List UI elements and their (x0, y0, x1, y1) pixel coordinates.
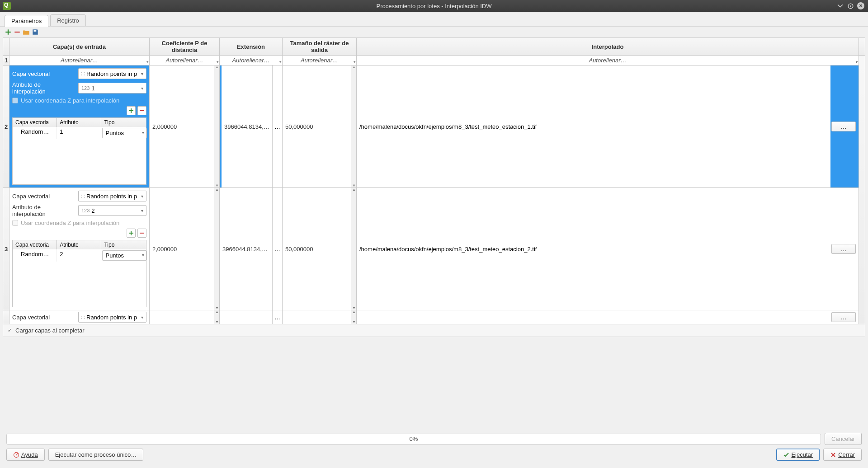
spinner-up-icon[interactable]: ▴ (214, 66, 219, 69)
cell-ext-row3[interactable]: 3966044.8134,4028… (220, 188, 283, 310)
attr-td-attr: 2 (57, 249, 101, 262)
vector-layer-label: Capa vectorial (12, 314, 75, 321)
tab-bar: Parámetros Registro (0, 12, 868, 27)
checkbox-checked-icon[interactable]: ✓ (7, 328, 13, 333)
attr-th-type: Tipo (101, 118, 146, 127)
spinner-down-icon[interactable]: ▾ (214, 184, 219, 187)
batch-toolbar (0, 27, 868, 37)
cell-coef-row4[interactable]: ▴▾ (150, 310, 220, 324)
attr-th-attr: Atributo (57, 118, 101, 127)
layer-panel-row2: Capa vectorial ⸬Random points in p▾ Atri… (9, 66, 149, 187)
save-batch-icon[interactable] (32, 28, 39, 36)
vector-layer-select[interactable]: ⸬Random points in p▾ (78, 68, 146, 79)
load-on-complete-row[interactable]: ✓ Cargar capas al completar (3, 324, 865, 337)
cell-raster-row3[interactable]: 50,000000▴▾ (283, 188, 357, 310)
browse-output-button[interactable]: … (831, 244, 856, 254)
autofill-interp[interactable]: Autorellenar…▾ (357, 56, 859, 66)
chevron-down-icon: ▾ (142, 130, 144, 135)
chevron-down-icon: ▾ (141, 71, 143, 76)
cell-interp-row2[interactable]: /home/malena/docus/okfn/ejemplos/m8_3/te… (357, 66, 859, 188)
interp-attr-select[interactable]: 1232▾ (78, 205, 146, 216)
add-row-icon[interactable] (5, 28, 12, 36)
remove-row-icon[interactable] (14, 28, 21, 36)
row-header-1[interactable]: 1 (3, 56, 9, 66)
tab-registro[interactable]: Registro (50, 14, 85, 26)
spinner-down-icon[interactable]: ▾ (214, 320, 219, 324)
cell-ext-row2[interactable]: 3966044.8134,4028… (220, 66, 283, 188)
spinner-up-icon[interactable]: ▴ (351, 188, 356, 192)
help-icon: ? (13, 452, 19, 458)
close-button[interactable]: Cerrar (823, 449, 862, 461)
autofill-capas[interactable]: Autorellenar…▾ (9, 56, 150, 66)
help-button[interactable]: ? Ayuda (6, 449, 45, 461)
column-header-interp[interactable]: Interpolado (357, 38, 859, 56)
vector-layer-select[interactable]: ⸬Random points in p▾ (78, 191, 146, 201)
attr-remove-button[interactable] (137, 229, 146, 238)
extent-picker-button[interactable]: … (272, 188, 282, 310)
vector-layer-select[interactable]: ⸬Random points in p▾ (78, 312, 146, 323)
spinner-down-icon[interactable]: ▾ (351, 306, 356, 310)
autofill-coef[interactable]: Autorellenar…▾ (150, 56, 220, 66)
spinner-down-icon[interactable]: ▾ (351, 320, 356, 324)
tab-parametros[interactable]: Parámetros (5, 15, 48, 27)
cell-interp-row3[interactable]: /home/malena/docus/okfn/ejemplos/m8_3/te… (357, 188, 859, 310)
row-header-2[interactable]: 2 (3, 66, 9, 188)
attr-th-layer: Capa vectoria (13, 240, 57, 249)
spinner-down-icon[interactable]: ▾ (214, 306, 219, 310)
chevron-down-icon: ▾ (142, 253, 144, 257)
attr-td-layer: Random… (13, 249, 57, 262)
chevron-down-icon: ▾ (279, 60, 281, 64)
autofill-raster[interactable]: Autorellenar…▾ (283, 56, 357, 66)
check-icon (783, 452, 789, 458)
layer-panel-row3: Capa vectorial ⸬Random points in p▾ Atri… (9, 188, 149, 310)
column-header-raster[interactable]: Tamaño del ráster de salida (283, 38, 357, 56)
svg-rect-7 (129, 110, 133, 111)
cell-interp-row4[interactable]: … (357, 310, 859, 324)
batch-table: Capa(s) de entrada Coeficiente P de dist… (3, 37, 865, 324)
interp-attr-label: Atributo de interpolación (12, 204, 75, 217)
open-batch-icon[interactable] (23, 28, 30, 36)
x-icon (830, 452, 836, 458)
attr-add-button[interactable] (127, 106, 136, 115)
extent-picker-button[interactable]: … (272, 66, 282, 187)
cell-raster-row4[interactable]: ▴▾ (283, 310, 357, 324)
cell-coef-row2[interactable]: 2,000000▴▾ (150, 66, 220, 188)
cell-raster-row2[interactable]: 50,000000▴▾ (283, 66, 357, 188)
interp-attr-select[interactable]: 1231▾ (78, 83, 146, 94)
window-title: Procesamiento por lotes - Interpolación … (0, 3, 868, 9)
chevron-down-icon: ▾ (855, 60, 858, 64)
column-header-ext[interactable]: Extensión (220, 38, 283, 56)
attr-table: Capa vectoria Atributo Tipo Random… 2 Pu… (12, 240, 146, 307)
attr-th-type: Tipo (101, 240, 146, 249)
row-header-3[interactable]: 3 (3, 188, 9, 310)
vector-layer-label: Capa vectorial (12, 193, 75, 200)
browse-output-button[interactable]: … (831, 312, 856, 322)
attr-add-button[interactable] (127, 229, 136, 238)
spinner-down-icon[interactable]: ▾ (351, 184, 356, 187)
progress-bar: 0% (6, 434, 821, 445)
cancel-button: Cancelar (825, 433, 862, 445)
run-button[interactable]: Ejecutar (776, 449, 820, 461)
spinner-up-icon[interactable]: ▴ (351, 66, 356, 69)
autofill-ext[interactable]: Autorellenar…▾ (220, 56, 283, 66)
layer-panel-row4: Capa vectorial ⸬Random points in p▾ (9, 310, 149, 324)
cell-ext-row4[interactable]: … (220, 310, 283, 324)
extent-picker-button[interactable]: … (272, 310, 282, 324)
spinner-up-icon[interactable]: ▴ (351, 310, 356, 314)
spinner-up-icon[interactable]: ▴ (214, 188, 219, 192)
attr-remove-button[interactable] (137, 106, 146, 115)
spinner-up-icon[interactable]: ▴ (214, 310, 219, 314)
cell-coef-row3[interactable]: 2,000000▴▾ (150, 188, 220, 310)
browse-output-button[interactable]: … (831, 122, 856, 131)
column-header-coef[interactable]: Coeficiente P de distancia (150, 38, 220, 56)
vertical-scrollbar[interactable] (859, 56, 865, 324)
load-on-complete-label: Cargar capas al completar (15, 327, 84, 334)
column-header-capas[interactable]: Capa(s) de entrada (9, 38, 150, 56)
run-single-button[interactable]: Ejecutar como proceso único… (48, 449, 144, 461)
row-header-4[interactable] (3, 310, 9, 324)
attr-td-type[interactable]: Puntos▾ (102, 128, 146, 138)
scroll-gutter-header (859, 38, 865, 56)
use-z-label: Usar coordenada Z para interpolación (21, 220, 119, 226)
svg-rect-4 (14, 32, 19, 33)
attr-td-type[interactable]: Puntos▾ (102, 250, 146, 261)
